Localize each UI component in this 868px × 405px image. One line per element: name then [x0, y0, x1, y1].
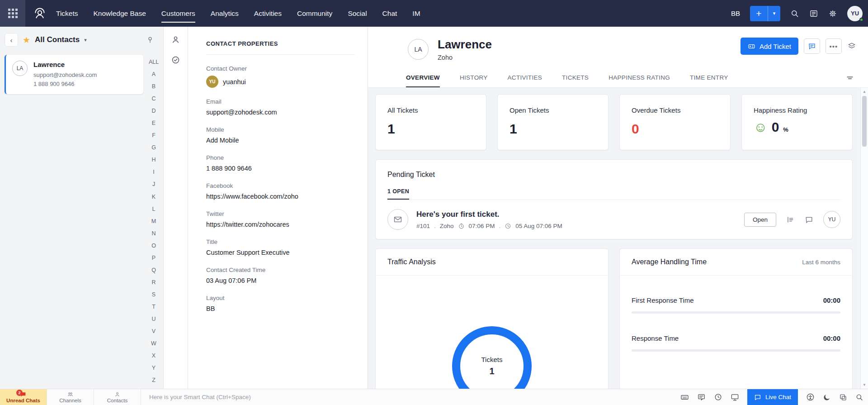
- alphabet-letter[interactable]: E: [152, 120, 156, 126]
- alphabet-letter[interactable]: B: [152, 84, 156, 90]
- nav-item[interactable]: IM: [412, 0, 420, 27]
- field-value[interactable]: Add Mobile: [206, 137, 355, 144]
- ticket-row[interactable]: Here's your first ticket. #101 . Zoho 07…: [387, 209, 840, 230]
- chat-with-contact-button[interactable]: [804, 38, 820, 54]
- settings-gear-icon[interactable]: [828, 9, 837, 18]
- scroll-down-icon[interactable]: ▼: [861, 383, 868, 387]
- contact-header-company[interactable]: Zoho: [438, 54, 492, 61]
- tab[interactable]: ACTIVITIES: [508, 68, 542, 87]
- nav-item[interactable]: Tickets: [56, 0, 78, 27]
- stat-card-happiness-rating[interactable]: Happiness Rating ☺ 0 %: [741, 94, 853, 150]
- alphabet-letter[interactable]: A: [152, 71, 156, 77]
- screen-share-icon[interactable]: [731, 393, 739, 401]
- comment-icon[interactable]: [805, 215, 813, 224]
- tab[interactable]: HISTORY: [460, 68, 488, 87]
- feeds-panel-icon[interactable]: [809, 9, 818, 18]
- ticket-subject[interactable]: Here's your first ticket.: [416, 210, 562, 219]
- keyboard-shortcuts-icon[interactable]: [680, 393, 689, 401]
- field-value[interactable]: 03 Aug 07:06 PM: [206, 277, 355, 284]
- alphabet-letter[interactable]: U: [151, 316, 156, 322]
- nav-item[interactable]: Community: [297, 0, 332, 27]
- stat-card-open-tickets[interactable]: Open Tickets 1: [497, 94, 609, 150]
- tab[interactable]: OVERVIEW: [406, 68, 440, 87]
- vertical-scrollbar[interactable]: ▲ ▼: [860, 88, 868, 389]
- field-value[interactable]: Customer Support Executive: [206, 249, 355, 256]
- contacts-tab[interactable]: Contacts: [94, 389, 141, 405]
- view-caret-icon[interactable]: ▾: [84, 37, 87, 43]
- checklist-icon[interactable]: [171, 55, 180, 65]
- nav-item[interactable]: Activities: [254, 0, 282, 27]
- department-label[interactable]: BB: [731, 10, 740, 17]
- nav-item[interactable]: Chat: [382, 0, 397, 27]
- alphabet-letter[interactable]: ALL: [149, 59, 159, 65]
- tab[interactable]: TICKETS: [562, 68, 589, 87]
- ticket-status-badge[interactable]: Open: [744, 213, 776, 227]
- alphabet-letter[interactable]: W: [151, 341, 156, 347]
- alphabet-letter[interactable]: F: [152, 133, 156, 138]
- favorite-star-icon[interactable]: ★: [23, 35, 30, 45]
- canned-messages-icon[interactable]: [697, 393, 706, 401]
- live-chat-button[interactable]: Live Chat: [747, 389, 798, 405]
- nav-item[interactable]: Social: [348, 0, 367, 27]
- alphabet-letter[interactable]: J: [152, 181, 155, 187]
- zoho-desk-logo-icon[interactable]: [33, 6, 47, 21]
- alphabet-letter[interactable]: Q: [151, 267, 156, 273]
- add-caret-icon[interactable]: ▾: [768, 6, 780, 21]
- more-actions-button[interactable]: •••: [826, 38, 842, 54]
- field-value[interactable]: BB: [206, 305, 355, 312]
- tickets-donut-chart[interactable]: Tickets 1: [452, 326, 532, 389]
- queue-icon[interactable]: [786, 215, 795, 224]
- search-icon[interactable]: [790, 9, 799, 18]
- alphabet-letter[interactable]: R: [151, 280, 156, 286]
- alphabet-letter[interactable]: I: [153, 169, 154, 175]
- ticket-agent-avatar[interactable]: YU: [823, 211, 840, 228]
- alphabet-letter[interactable]: K: [152, 194, 156, 200]
- unread-chats-tab[interactable]: 2 Unread Chats: [0, 389, 47, 405]
- layers-icon[interactable]: [847, 42, 856, 51]
- ticket-id[interactable]: #101: [416, 223, 430, 229]
- stat-card-all-tickets[interactable]: All Tickets 1: [375, 94, 486, 150]
- smart-chat-input[interactable]: [141, 389, 680, 405]
- aht-range[interactable]: Last 6 months: [802, 259, 840, 266]
- owner-value[interactable]: YU yuanhui: [206, 76, 355, 88]
- tab[interactable]: TIME ENTRY: [690, 68, 728, 87]
- back-chevron-icon[interactable]: ‹: [5, 33, 18, 47]
- channels-tab[interactable]: Channels: [47, 389, 94, 405]
- field-value[interactable]: https://www.facebook.com/zoho: [206, 193, 355, 200]
- alphabet-letter[interactable]: T: [152, 304, 156, 310]
- open-filter-tab[interactable]: 1 OPEN: [387, 188, 409, 200]
- dark-mode-moon-icon[interactable]: [823, 393, 831, 401]
- add-ticket-button[interactable]: Add Ticket: [741, 38, 798, 55]
- field-value[interactable]: support@zohodesk.com: [206, 109, 355, 116]
- nav-item[interactable]: Analytics: [211, 0, 239, 27]
- alphabet-letter[interactable]: H: [151, 157, 156, 163]
- stat-card-overdue-tickets[interactable]: Overdue Tickets 0: [619, 94, 731, 150]
- chat-history-icon[interactable]: [714, 393, 722, 401]
- nav-item[interactable]: Knowledge Base: [94, 0, 146, 27]
- alphabet-letter[interactable]: O: [151, 243, 156, 249]
- alphabet-letter[interactable]: N: [151, 231, 156, 237]
- alphabet-letter[interactable]: M: [151, 219, 156, 224]
- tab-options-icon[interactable]: [845, 73, 854, 82]
- alphabet-letter[interactable]: Z: [152, 377, 156, 383]
- accessibility-icon[interactable]: [806, 393, 815, 401]
- chat-search-icon[interactable]: [855, 393, 863, 401]
- alphabet-letter[interactable]: C: [151, 96, 156, 102]
- alphabet-letter[interactable]: D: [151, 108, 156, 114]
- scroll-up-icon[interactable]: ▲: [861, 90, 868, 94]
- alphabet-letter[interactable]: V: [152, 329, 156, 334]
- alphabet-letter[interactable]: X: [152, 353, 156, 359]
- contact-properties-icon[interactable]: [171, 35, 180, 44]
- field-value[interactable]: https://twitter.com/zohocares: [206, 221, 355, 228]
- nav-item[interactable]: Customers: [161, 0, 195, 27]
- add-button[interactable]: +: [750, 6, 768, 21]
- contact-list-item[interactable]: LA Lawrence support@zohodesk.com 1 888 9…: [5, 55, 143, 94]
- alphabet-letter[interactable]: P: [152, 255, 156, 261]
- scrollbar-thumb[interactable]: [862, 96, 867, 147]
- tab[interactable]: HAPPINESS RATING: [609, 68, 670, 87]
- contacts-view-title[interactable]: All Contacts: [35, 35, 80, 44]
- user-avatar[interactable]: YU: [847, 6, 863, 21]
- copy-widgets-icon[interactable]: [839, 393, 847, 401]
- apps-grid-icon[interactable]: [0, 0, 25, 27]
- alphabet-letter[interactable]: G: [151, 145, 156, 151]
